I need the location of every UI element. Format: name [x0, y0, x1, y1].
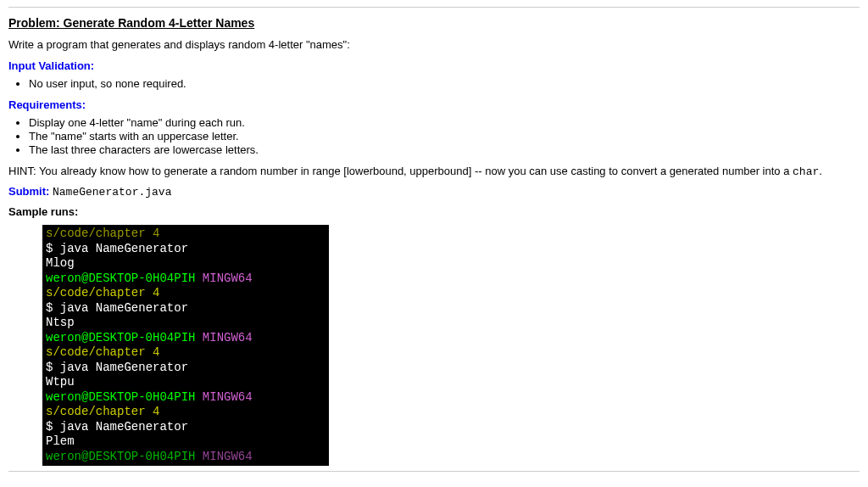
terminal-path: s/code/chapter 4 [46, 286, 159, 299]
terminal-output-line: Ntsp [46, 316, 75, 329]
terminal-output: s/code/chapter 4 $ java NameGenerator Ml… [42, 225, 329, 466]
list-item: The last three characters are lowercase … [29, 143, 860, 156]
list-item: The "name" starts with an uppercase lett… [29, 130, 860, 143]
terminal-output-line: Mlog [46, 256, 75, 270]
terminal-cmd: java NameGenerator [60, 242, 188, 255]
submit-file: NameGenerator.java [53, 186, 171, 199]
terminal-user-host: weron@DESKTOP-0H04PIH [46, 271, 195, 285]
problem-title: Problem: Generate Random 4-Letter Names [8, 16, 860, 30]
terminal-shell: MINGW64 [195, 331, 252, 344]
terminal-prompt: $ [46, 420, 60, 434]
terminal-prompt: $ [46, 242, 60, 255]
terminal-cmd: java NameGenerator [60, 301, 188, 315]
top-divider [8, 7, 860, 8]
bottom-divider [8, 471, 860, 472]
terminal-cmd: java NameGenerator [60, 420, 188, 434]
input-validation-list: No user input, so none required. [29, 77, 860, 90]
terminal-shell: MINGW64 [195, 271, 252, 285]
submit-line: Submit: NameGenerator.java [8, 185, 860, 199]
terminal-path: s/code/chapter 4 [46, 405, 159, 418]
terminal-shell: MINGW64 [195, 450, 252, 463]
list-item: Display one 4-letter "name" during each … [29, 116, 860, 129]
requirements-heading: Requirements: [8, 98, 860, 111]
terminal-output-line: Wtpu [46, 375, 75, 389]
hint-suffix: . [819, 165, 822, 177]
terminal-prompt: $ [46, 361, 60, 374]
terminal-prompt: $ [46, 301, 60, 315]
hint-text: HINT: You already know how to generate a… [8, 165, 860, 178]
requirements-list: Display one 4-letter "name" during each … [29, 116, 860, 156]
list-item: No user input, so none required. [29, 77, 860, 90]
intro-text: Write a program that generates and displ… [8, 38, 860, 51]
terminal-path: s/code/chapter 4 [46, 345, 159, 359]
sample-runs-heading: Sample runs: [8, 205, 860, 218]
terminal-cmd: java NameGenerator [60, 361, 188, 374]
hint-code: char [793, 165, 819, 178]
input-validation-heading: Input Validation: [8, 59, 860, 72]
hint-prefix: HINT: You already know how to generate a… [8, 165, 793, 177]
terminal-user-host: weron@DESKTOP-0H04PIH [46, 390, 195, 404]
submit-label: Submit: [8, 185, 49, 198]
terminal-shell: MINGW64 [195, 390, 252, 404]
terminal-output-line: Plem [46, 434, 75, 448]
terminal-path-faded: s/code/chapter 4 [46, 227, 159, 240]
terminal-user-host: weron@DESKTOP-0H04PIH [46, 450, 195, 463]
terminal-user-host: weron@DESKTOP-0H04PIH [46, 331, 195, 344]
